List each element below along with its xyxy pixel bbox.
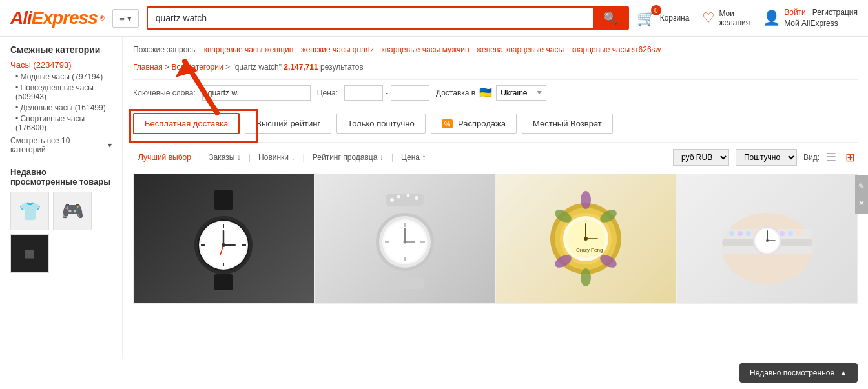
product-card-1[interactable]: [133, 174, 315, 304]
sale-pct-badge: %: [442, 119, 453, 128]
query-link-5[interactable]: кварцевые часы sr626sw: [571, 45, 661, 54]
sort-right: руб RUB USD EUR Поштучно 60 в ряд Вид: ☰…: [673, 149, 858, 166]
other-icon: ■: [25, 243, 36, 264]
main-content: Похожие запросы: кварцевые часы женщин ж…: [123, 37, 868, 359]
price-to-input[interactable]: [391, 85, 429, 101]
cart-badge: 0: [651, 5, 661, 15]
sidebar-item-sport[interactable]: Спортивные часы (176800): [10, 114, 112, 132]
shirt-icon: 👕: [19, 201, 41, 222]
similar-queries-label: Похожие запросы:: [133, 45, 199, 54]
svg-point-27: [403, 240, 406, 243]
keyword-label: Ключевые слова:: [133, 88, 196, 97]
price-range: -: [344, 85, 429, 101]
svg-point-41: [581, 268, 591, 286]
query-link-4[interactable]: женева кварцевые часы: [477, 45, 564, 54]
wishlist-icon: ♡: [702, 10, 715, 26]
svg-point-14: [222, 243, 225, 247]
sidebar-item-business[interactable]: Деловые часы (161499): [10, 103, 112, 112]
svg-rect-2: [214, 190, 233, 210]
recently-viewed-title: Недавно просмотренные товары: [10, 167, 112, 186]
breadcrumb-query: "quartz watch": [232, 63, 282, 72]
sort-new[interactable]: Новинки ↓: [253, 150, 300, 165]
header-actions: 🛒 0 Корзина ♡ Моижелания 👤 Войти Регистр…: [637, 7, 858, 29]
per-page-select[interactable]: Поштучно 60 в ряд: [736, 149, 797, 166]
filter-buttons-wrapper: Бесплатная доставка Высший рейтинг Тольк…: [133, 113, 858, 134]
product-card-4[interactable]: [677, 174, 858, 304]
menu-button[interactable]: ≡ ▾: [112, 9, 139, 28]
wishlist-area[interactable]: ♡ Моижелания: [702, 9, 750, 28]
register-link[interactable]: Регистрация: [812, 8, 858, 17]
delivery-filter: Доставка в 🇺🇦 Ukraine Russia Germany: [436, 85, 546, 101]
close-icon[interactable]: ✕: [856, 196, 867, 210]
cart-area[interactable]: 🛒 0 Корзина: [637, 9, 690, 27]
chevron-down-icon: ▾: [108, 141, 112, 150]
single-item-filter-btn[interactable]: Только поштучно: [336, 114, 425, 134]
svg-point-29: [390, 198, 394, 202]
filters-row: Ключевые слова: Цена: - Доставка в 🇺🇦 Uk…: [133, 79, 858, 106]
filter-buttons: Бесплатная доставка Высший рейтинг Тольк…: [133, 113, 858, 134]
local-return-filter-btn[interactable]: Местный Возврат: [522, 114, 613, 134]
keyword-input[interactable]: [202, 85, 311, 101]
search-bar: 🔍: [147, 6, 629, 30]
grid-view-btn[interactable]: ⊞: [843, 149, 858, 166]
currency-select[interactable]: руб RUB USD EUR: [673, 149, 729, 166]
search-button[interactable]: 🔍: [593, 8, 628, 28]
results-label: результатов: [320, 63, 364, 72]
svg-point-30: [397, 195, 400, 198]
svg-text:Crazy Feng: Crazy Feng: [576, 247, 603, 253]
see-all-categories[interactable]: Смотреть все 10 категорий ▾: [10, 136, 112, 154]
svg-point-66: [766, 239, 769, 242]
view-mode: Вид: ☰ ⊞: [803, 149, 858, 166]
svg-point-60: [796, 231, 801, 236]
svg-point-38: [581, 191, 591, 209]
edit-icon[interactable]: ✎: [856, 179, 867, 194]
svg-point-31: [406, 194, 409, 197]
sidebar: Смежные категории Часы (2234793) Модные …: [0, 37, 123, 359]
search-icon: 🔍: [603, 12, 617, 25]
login-link[interactable]: Войти: [784, 8, 806, 17]
recent-item-electronics[interactable]: 🎮: [53, 192, 92, 230]
menu-chevron: ▾: [127, 14, 132, 23]
delivery-country-select[interactable]: Ukraine Russia Germany: [496, 85, 546, 101]
view-label: Вид:: [803, 153, 820, 162]
sidebar-item-casual[interactable]: Повседневные часы (509943): [10, 83, 112, 101]
svg-rect-15: [214, 274, 233, 290]
product-card-3[interactable]: Crazy Feng: [495, 174, 677, 304]
list-view-btn[interactable]: ☰: [823, 149, 839, 166]
right-toolbar: ✎ ✕: [855, 175, 868, 214]
search-input[interactable]: [148, 8, 593, 28]
logo-tm: ®: [100, 15, 105, 22]
recent-item-other[interactable]: ■: [10, 234, 49, 273]
top-rated-filter-btn[interactable]: Высший рейтинг: [245, 114, 331, 134]
logo[interactable]: AliExpress ®: [10, 8, 105, 28]
product-card-2[interactable]: [315, 174, 496, 304]
main-layout: Смежные категории Часы (2234793) Модные …: [0, 37, 868, 359]
svg-point-32: [415, 196, 418, 200]
sidebar-item-fashion[interactable]: Модные часы (797194): [10, 72, 112, 81]
logo-text: AliExpress: [10, 8, 98, 28]
svg-point-52: [729, 231, 734, 236]
query-link-3[interactable]: кварцевые часы мужчин: [382, 45, 470, 54]
recent-item-shirt[interactable]: 👕: [10, 192, 49, 230]
user-links: Войти Регистрация Мой AliExpress: [784, 7, 858, 29]
sort-best-match[interactable]: Лучший выбор: [133, 150, 196, 165]
sort-orders[interactable]: Заказы ↓: [203, 150, 245, 165]
sale-filter-btn[interactable]: % Распродажа: [431, 114, 517, 134]
sort-seller-rating[interactable]: Рейтинг продавца ↓: [307, 150, 389, 165]
sort-price[interactable]: Цена ↕: [396, 150, 431, 165]
my-aliexpress-link[interactable]: Мой AliExpress: [784, 19, 838, 28]
price-from-input[interactable]: [344, 85, 383, 101]
recently-viewed-section: Недавно просмотренные товары 👕 🎮 ■: [10, 167, 112, 273]
breadcrumb-home[interactable]: Главная: [133, 63, 163, 72]
user-area[interactable]: 👤 Войти Регистрация Мой AliExpress: [763, 7, 858, 29]
price-label: Цена:: [317, 88, 338, 97]
user-icon: 👤: [763, 10, 780, 26]
query-link-2[interactable]: женские часы quartz: [301, 45, 375, 54]
free-shipping-filter-btn[interactable]: Бесплатная доставка: [133, 113, 240, 134]
sidebar-item-watches[interactable]: Часы (2234793): [10, 60, 112, 70]
breadcrumb-all-categories[interactable]: Все Категории: [171, 63, 223, 72]
query-link-1[interactable]: кварцевые часы женщин: [204, 45, 294, 54]
cart-label: Корзина: [660, 14, 690, 23]
sort-bar: Лучший выбор | Заказы ↓ | Новинки ↓ | Ре…: [133, 142, 858, 166]
svg-point-53: [738, 231, 743, 236]
